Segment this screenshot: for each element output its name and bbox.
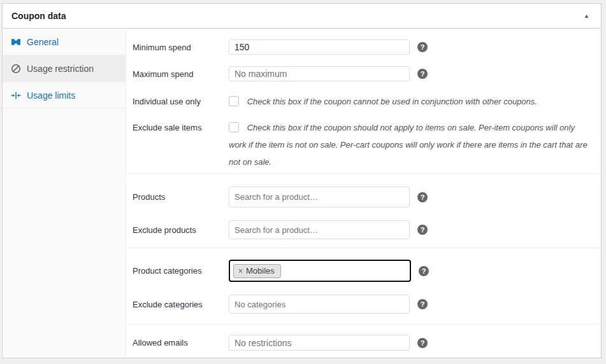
section-products: Products ? Exclude products ? bbox=[126, 174, 601, 248]
tab-general-label: General bbox=[27, 37, 59, 47]
tab-usage-limits-label: Usage limits bbox=[27, 90, 75, 101]
collapse-toggle-button[interactable]: ▲ bbox=[580, 12, 593, 20]
coupon-data-panel: Coupon data ▲ General Usage restriction bbox=[2, 3, 602, 358]
collapse-arrow-icon: ▲ bbox=[584, 13, 589, 19]
usage-restriction-panel: Minimum spend ? Maximum spend ? Individu… bbox=[126, 29, 601, 357]
section-allowed-emails: Allowed emails ? bbox=[126, 325, 601, 357]
exclude-products-search-input[interactable] bbox=[229, 220, 410, 239]
help-icon[interactable]: ? bbox=[417, 225, 428, 235]
tab-usage-limits[interactable]: Usage limits bbox=[3, 82, 126, 109]
maximum-spend-label: Maximum spend bbox=[133, 69, 229, 79]
section-categories: Product categories × Mobiles ? Exclude c… bbox=[126, 248, 601, 325]
minimum-spend-row: Minimum spend ? bbox=[133, 39, 601, 55]
allowed-emails-input[interactable] bbox=[229, 335, 410, 351]
exclude-sale-items-checkbox-label[interactable]: Check this box if the coupon should not … bbox=[229, 119, 592, 171]
panel-body: General Usage restriction Usage limits M… bbox=[3, 29, 601, 357]
minimum-spend-input[interactable] bbox=[229, 39, 410, 55]
exclude-categories-row: Exclude categories ? bbox=[133, 295, 601, 314]
selected-category-tag: × Mobiles bbox=[233, 264, 281, 278]
individual-use-description: Check this box if the coupon cannot be u… bbox=[247, 97, 537, 106]
products-search-input[interactable] bbox=[229, 186, 410, 207]
individual-use-checkbox-label[interactable]: Check this box if the coupon cannot be u… bbox=[229, 93, 592, 110]
exclude-sale-items-description: Check this box if the coupon should not … bbox=[229, 123, 588, 167]
minimum-spend-label: Minimum spend bbox=[133, 43, 229, 52]
panel-title: Coupon data bbox=[11, 11, 580, 21]
maximum-spend-input[interactable] bbox=[229, 66, 410, 81]
tab-general[interactable]: General bbox=[3, 29, 126, 55]
product-categories-select[interactable]: × Mobiles bbox=[229, 260, 411, 282]
tab-usage-restriction[interactable]: Usage restriction bbox=[3, 55, 126, 82]
products-label: Products bbox=[133, 192, 229, 202]
ticket-icon bbox=[11, 37, 21, 47]
help-icon[interactable]: ? bbox=[417, 338, 428, 348]
help-icon[interactable]: ? bbox=[417, 192, 428, 202]
exclude-sale-items-checkbox[interactable] bbox=[229, 122, 239, 132]
product-categories-row: Product categories × Mobiles ? bbox=[133, 260, 601, 282]
exclude-products-label: Exclude products bbox=[133, 225, 229, 235]
exclude-categories-label: Exclude categories bbox=[133, 300, 229, 309]
products-row: Products ? bbox=[133, 186, 601, 207]
no-entry-icon bbox=[11, 64, 21, 74]
help-icon[interactable]: ? bbox=[417, 299, 428, 309]
allowed-emails-label: Allowed emails bbox=[133, 338, 229, 347]
remove-tag-icon[interactable]: × bbox=[238, 267, 243, 275]
help-icon[interactable]: ? bbox=[417, 42, 428, 52]
coupon-tabs: General Usage restriction Usage limits bbox=[3, 29, 126, 357]
selected-category-tag-label: Mobiles bbox=[246, 266, 275, 276]
tab-usage-restriction-label: Usage restriction bbox=[27, 64, 94, 74]
individual-use-checkbox[interactable] bbox=[229, 96, 239, 106]
allowed-emails-row: Allowed emails ? bbox=[133, 335, 601, 351]
help-icon[interactable]: ? bbox=[419, 266, 429, 276]
usage-limits-icon bbox=[11, 90, 21, 101]
maximum-spend-row: Maximum spend ? bbox=[133, 66, 601, 81]
panel-header: Coupon data ▲ bbox=[3, 4, 601, 29]
exclude-sale-items-row: Exclude sale items Check this box if the… bbox=[133, 119, 601, 171]
individual-use-label: Individual use only bbox=[133, 93, 229, 110]
help-icon[interactable]: ? bbox=[417, 69, 428, 79]
exclude-categories-input[interactable] bbox=[229, 295, 410, 314]
individual-use-row: Individual use only Check this box if th… bbox=[133, 93, 601, 110]
product-categories-label: Product categories bbox=[133, 266, 229, 276]
exclude-products-row: Exclude products ? bbox=[133, 220, 601, 239]
exclude-sale-items-label: Exclude sale items bbox=[133, 119, 229, 136]
section-spend-and-checkboxes: Minimum spend ? Maximum spend ? Individu… bbox=[126, 29, 601, 174]
